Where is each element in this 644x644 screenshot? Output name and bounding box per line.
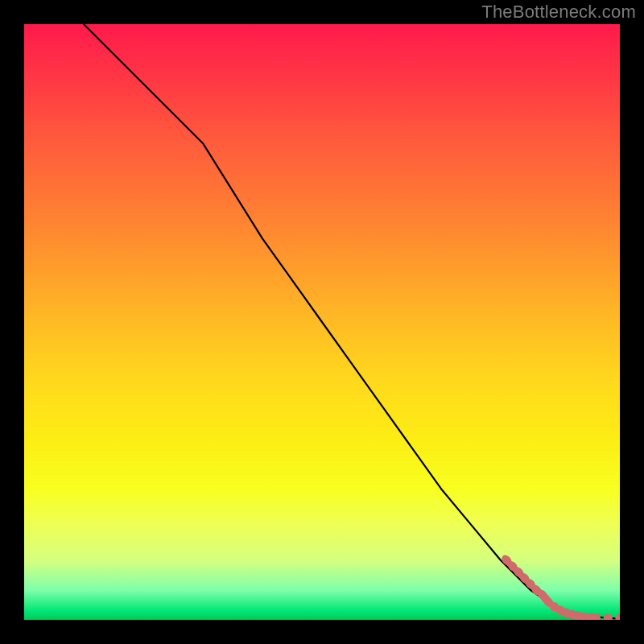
scatter-point	[615, 613, 620, 620]
bottleneck-curve	[84, 24, 620, 619]
plot-area	[24, 24, 620, 620]
scatter-point	[604, 613, 613, 620]
chart-frame: TheBottleneck.com	[0, 0, 644, 644]
watermark-text: TheBottleneck.com	[481, 2, 636, 23]
chart-overlay-svg	[24, 24, 620, 620]
scatter-points-group	[500, 553, 620, 620]
